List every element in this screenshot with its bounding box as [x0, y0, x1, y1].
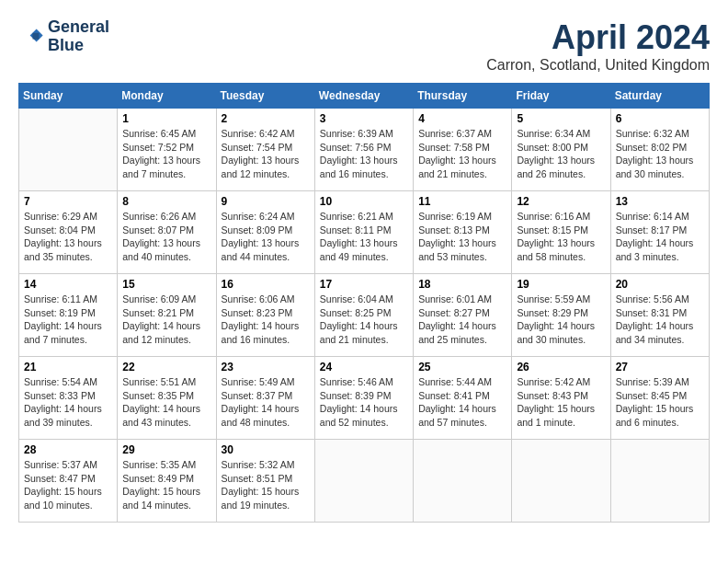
day-number: 1 [122, 112, 210, 125]
day-info: Sunrise: 6:14 AM Sunset: 8:17 PM Dayligh… [616, 210, 704, 264]
day-number: 7 [24, 195, 112, 208]
month-title: April 2024 [486, 18, 710, 57]
day-cell: 4Sunrise: 6:37 AM Sunset: 7:58 PM Daylig… [414, 109, 512, 191]
day-cell: 12Sunrise: 6:16 AM Sunset: 8:15 PM Dayli… [512, 191, 610, 274]
header-row: SundayMondayTuesdayWednesdayThursdayFrid… [19, 84, 710, 109]
week-row-5: 28Sunrise: 5:37 AM Sunset: 8:47 PM Dayli… [19, 440, 710, 523]
day-info: Sunrise: 6:16 AM Sunset: 8:15 PM Dayligh… [517, 210, 605, 264]
logo-line2: Blue [48, 37, 109, 55]
day-cell [512, 440, 610, 523]
day-info: Sunrise: 5:42 AM Sunset: 8:43 PM Dayligh… [517, 375, 605, 430]
week-row-1: 1Sunrise: 6:45 AM Sunset: 7:52 PM Daylig… [19, 109, 710, 191]
day-info: Sunrise: 5:54 AM Sunset: 8:33 PM Dayligh… [24, 375, 112, 430]
day-info: Sunrise: 6:37 AM Sunset: 7:58 PM Dayligh… [418, 127, 506, 181]
day-number: 9 [222, 195, 310, 208]
day-number: 17 [320, 278, 408, 291]
day-info: Sunrise: 6:09 AM Sunset: 8:21 PM Dayligh… [122, 293, 210, 347]
day-number: 16 [222, 278, 310, 291]
day-info: Sunrise: 6:29 AM Sunset: 8:04 PM Dayligh… [24, 210, 112, 264]
day-cell: 24Sunrise: 5:46 AM Sunset: 8:39 PM Dayli… [314, 357, 413, 440]
day-cell: 27Sunrise: 5:39 AM Sunset: 8:45 PM Dayli… [610, 357, 709, 440]
day-number: 22 [122, 361, 210, 373]
day-cell: 28Sunrise: 5:37 AM Sunset: 8:47 PM Dayli… [19, 440, 118, 523]
day-number: 30 [222, 443, 310, 456]
day-cell: 9Sunrise: 6:24 AM Sunset: 8:09 PM Daylig… [216, 191, 314, 274]
day-info: Sunrise: 5:46 AM Sunset: 8:39 PM Dayligh… [320, 375, 408, 430]
day-info: Sunrise: 6:32 AM Sunset: 8:02 PM Dayligh… [616, 127, 704, 181]
day-cell: 10Sunrise: 6:21 AM Sunset: 8:11 PM Dayli… [314, 191, 413, 274]
day-number: 12 [517, 195, 605, 208]
day-number: 5 [517, 112, 605, 125]
day-info: Sunrise: 6:01 AM Sunset: 8:27 PM Dayligh… [418, 293, 506, 347]
day-cell: 13Sunrise: 6:14 AM Sunset: 8:17 PM Dayli… [610, 191, 709, 274]
day-info: Sunrise: 6:45 AM Sunset: 7:52 PM Dayligh… [122, 127, 210, 181]
day-number: 29 [122, 443, 210, 456]
title-area: April 2024 Carron, Scotland, United King… [486, 18, 710, 74]
day-number: 8 [122, 195, 210, 208]
day-number: 4 [418, 112, 506, 125]
day-cell: 30Sunrise: 5:32 AM Sunset: 8:51 PM Dayli… [216, 440, 314, 523]
day-cell: 21Sunrise: 5:54 AM Sunset: 8:33 PM Dayli… [19, 357, 118, 440]
day-number: 21 [24, 361, 112, 373]
day-cell: 7Sunrise: 6:29 AM Sunset: 8:04 PM Daylig… [19, 191, 118, 274]
day-cell: 17Sunrise: 6:04 AM Sunset: 8:25 PM Dayli… [314, 274, 413, 357]
day-cell: 29Sunrise: 5:35 AM Sunset: 8:49 PM Dayli… [118, 440, 216, 523]
day-cell: 19Sunrise: 5:59 AM Sunset: 8:29 PM Dayli… [512, 274, 610, 357]
day-info: Sunrise: 5:51 AM Sunset: 8:35 PM Dayligh… [122, 375, 210, 430]
day-number: 19 [517, 278, 605, 291]
day-info: Sunrise: 6:24 AM Sunset: 8:09 PM Dayligh… [222, 210, 310, 264]
day-cell: 6Sunrise: 6:32 AM Sunset: 8:02 PM Daylig… [610, 109, 709, 191]
header-cell-saturday: Saturday [610, 84, 709, 109]
day-info: Sunrise: 6:21 AM Sunset: 8:11 PM Dayligh… [320, 210, 408, 264]
day-cell [19, 109, 118, 191]
day-info: Sunrise: 6:34 AM Sunset: 8:00 PM Dayligh… [517, 127, 605, 181]
day-number: 2 [222, 112, 310, 125]
logo-icon [18, 24, 44, 50]
header-cell-sunday: Sunday [19, 84, 118, 109]
day-cell: 3Sunrise: 6:39 AM Sunset: 7:56 PM Daylig… [314, 109, 413, 191]
week-row-4: 21Sunrise: 5:54 AM Sunset: 8:33 PM Dayli… [19, 357, 710, 440]
calendar-table: SundayMondayTuesdayWednesdayThursdayFrid… [18, 83, 710, 523]
day-number: 14 [24, 278, 112, 291]
day-number: 27 [616, 361, 704, 373]
day-number: 11 [418, 195, 506, 208]
day-cell: 5Sunrise: 6:34 AM Sunset: 8:00 PM Daylig… [512, 109, 610, 191]
day-info: Sunrise: 6:42 AM Sunset: 7:54 PM Dayligh… [222, 127, 310, 181]
day-info: Sunrise: 5:49 AM Sunset: 8:37 PM Dayligh… [222, 375, 310, 430]
day-number: 10 [320, 195, 408, 208]
day-cell: 26Sunrise: 5:42 AM Sunset: 8:43 PM Dayli… [512, 357, 610, 440]
logo: General Blue [18, 18, 109, 55]
location-title: Carron, Scotland, United Kingdom [486, 57, 710, 74]
day-cell: 14Sunrise: 6:11 AM Sunset: 8:19 PM Dayli… [19, 274, 118, 357]
day-info: Sunrise: 5:59 AM Sunset: 8:29 PM Dayligh… [517, 293, 605, 347]
day-info: Sunrise: 5:32 AM Sunset: 8:51 PM Dayligh… [222, 458, 310, 512]
day-cell: 8Sunrise: 6:26 AM Sunset: 8:07 PM Daylig… [118, 191, 216, 274]
day-info: Sunrise: 5:56 AM Sunset: 8:31 PM Dayligh… [616, 293, 704, 347]
day-info: Sunrise: 6:26 AM Sunset: 8:07 PM Dayligh… [122, 210, 210, 264]
week-row-3: 14Sunrise: 6:11 AM Sunset: 8:19 PM Dayli… [19, 274, 710, 357]
header-cell-thursday: Thursday [414, 84, 512, 109]
day-number: 24 [320, 361, 408, 373]
day-info: Sunrise: 5:35 AM Sunset: 8:49 PM Dayligh… [122, 458, 210, 512]
day-number: 23 [222, 361, 310, 373]
day-number: 15 [122, 278, 210, 291]
day-cell [314, 440, 413, 523]
day-cell: 23Sunrise: 5:49 AM Sunset: 8:37 PM Dayli… [216, 357, 314, 440]
header-cell-tuesday: Tuesday [216, 84, 314, 109]
day-number: 18 [418, 278, 506, 291]
day-info: Sunrise: 6:19 AM Sunset: 8:13 PM Dayligh… [418, 210, 506, 264]
day-number: 26 [517, 361, 605, 373]
day-number: 20 [616, 278, 704, 291]
day-cell: 1Sunrise: 6:45 AM Sunset: 7:52 PM Daylig… [118, 109, 216, 191]
day-number: 13 [616, 195, 704, 208]
logo-line1: General [48, 18, 109, 37]
day-cell [414, 440, 512, 523]
day-info: Sunrise: 5:37 AM Sunset: 8:47 PM Dayligh… [24, 458, 112, 512]
header-cell-friday: Friday [512, 84, 610, 109]
day-cell [610, 440, 709, 523]
day-number: 6 [616, 112, 704, 125]
day-info: Sunrise: 6:39 AM Sunset: 7:56 PM Dayligh… [320, 127, 408, 181]
svg-marker-2 [32, 33, 39, 40]
day-cell: 16Sunrise: 6:06 AM Sunset: 8:23 PM Dayli… [216, 274, 314, 357]
day-cell: 18Sunrise: 6:01 AM Sunset: 8:27 PM Dayli… [414, 274, 512, 357]
